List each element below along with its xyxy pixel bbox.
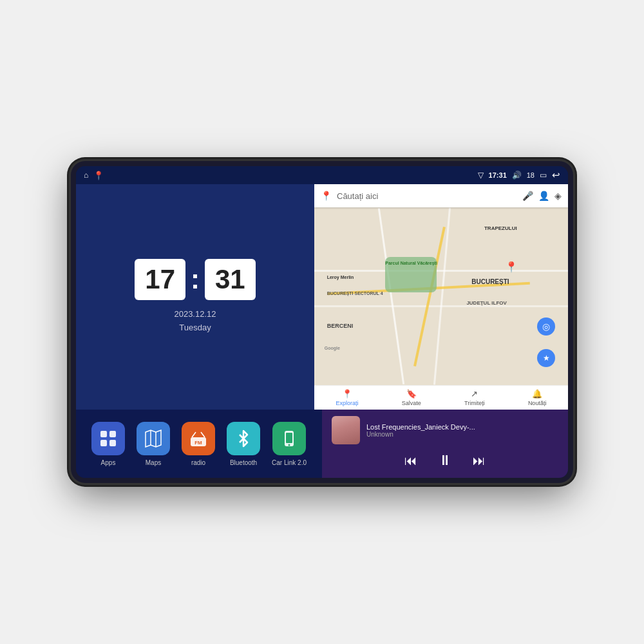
radio-icon-box: FM [182, 422, 215, 455]
explore-icon: 📍 [342, 389, 352, 399]
status-right-icons: ▽ 17:31 🔊 18 ▭ ↩ [478, 169, 560, 181]
map-label-parc: Parcul Natural Văcărești [385, 261, 437, 265]
map-footer-saved[interactable]: 🔖 Salvate [402, 389, 421, 406]
map-footer-explore[interactable]: 📍 Explorați [336, 389, 359, 406]
signal-icon: ▽ [478, 171, 484, 180]
clock-widget: 17 : 31 2023.12.12 Tuesday [76, 184, 314, 410]
carlink-phone-icon [280, 430, 298, 448]
maps-pin-icon [144, 430, 162, 448]
map-header-icons: 🎤 👤 ◈ [522, 191, 562, 201]
map-background: BUCUREȘTI JUDEȚUL ILFOV BERCENI Parcul N… [314, 207, 568, 385]
map-mic-icon[interactable]: 🎤 [522, 191, 533, 201]
music-artist: Unknown [366, 431, 558, 438]
music-top: Lost Frequencies_Janieck Devy-... Unknow… [332, 416, 558, 444]
map-label-trapezului: TRAPEZULUI [484, 225, 517, 231]
map-account-icon[interactable]: 👤 [538, 191, 549, 201]
clock-hour: 17 [135, 259, 185, 300]
carlink-icon-box [272, 422, 306, 455]
saved-icon: 🔖 [406, 389, 417, 399]
news-icon: 🔔 [532, 389, 542, 399]
map-footer-share[interactable]: ↗ Trimiteți [464, 389, 485, 406]
svg-rect-1 [109, 431, 116, 437]
screen: ⌂ 📍 ▽ 17:31 🔊 18 ▭ ↩ 17 : [76, 166, 568, 478]
apps-grid-icon [99, 430, 117, 448]
battery-icon: ▭ [540, 171, 547, 180]
svg-marker-4 [146, 430, 161, 447]
map-nav-btn[interactable]: ★ [537, 349, 555, 367]
svg-text:FM: FM [194, 440, 202, 446]
svg-rect-3 [109, 440, 116, 446]
clock-minute: 31 [205, 259, 256, 300]
music-title: Lost Frequencies_Janieck Devy-... [366, 423, 558, 431]
svg-line-9 [192, 432, 196, 437]
radio-fm-icon: FM [189, 430, 207, 448]
apps-label: Apps [101, 459, 116, 466]
music-info: Lost Frequencies_Janieck Devy-... Unknow… [366, 423, 558, 438]
status-left-icons: ⌂ 📍 [84, 171, 104, 180]
maps-label: Maps [146, 459, 161, 466]
map-header: 📍 Căutați aici 🎤 👤 ◈ [314, 184, 568, 207]
status-bar: ⌂ 📍 ▽ 17:31 🔊 18 ▭ ↩ [76, 166, 568, 184]
album-face-art [332, 416, 360, 444]
clock-display: 17 : 31 [135, 259, 255, 300]
app-icon-carlink[interactable]: Car Link 2.0 [272, 422, 307, 466]
app-icon-apps[interactable]: Apps [91, 422, 125, 466]
home-icon[interactable]: ⌂ [84, 171, 88, 180]
main-content: 17 : 31 2023.12.12 Tuesday 📍 Căutați aic… [76, 184, 568, 478]
music-album-art [332, 416, 360, 444]
map-footer-news[interactable]: 🔔 Noutăți [528, 389, 547, 406]
volume-icon: 🔊 [512, 171, 522, 180]
map-footer: 📍 Explorați 🔖 Salvate ↗ Trimiteți 🔔 [314, 385, 568, 410]
map-layers-icon[interactable]: ◈ [554, 191, 562, 201]
map-red-pin: 📍 [505, 261, 518, 273]
clock-date: 2023.12.12 Tuesday [174, 308, 216, 335]
device-wrapper: ⌂ 📍 ▽ 17:31 🔊 18 ▭ ↩ 17 : [71, 161, 573, 483]
svg-rect-2 [100, 440, 107, 446]
status-time: 17:31 [489, 171, 507, 179]
map-label-leroy: Leroy Merlin [327, 275, 354, 279]
app-icon-bluetooth[interactable]: Bluetooth [227, 422, 260, 466]
map-label-sector4: BUCUREȘTI SECTORUL 4 [327, 291, 383, 296]
bottom-row: Apps Maps [76, 410, 568, 478]
map-label-ilfov: JUDEȚUL ILFOV [466, 300, 507, 306]
map-label-bucharest: BUCUREȘTI [471, 278, 509, 285]
music-panel: Lost Frequencies_Janieck Devy-... Unknow… [322, 410, 568, 478]
bluetooth-icon-box [227, 422, 260, 455]
device-frame: ⌂ 📍 ▽ 17:31 🔊 18 ▭ ↩ 17 : [71, 161, 573, 483]
clock-colon: : [191, 264, 200, 295]
app-icon-radio[interactable]: FM radio [182, 422, 215, 466]
app-icon-maps[interactable]: Maps [137, 422, 170, 466]
back-icon[interactable]: ↩ [552, 169, 560, 181]
music-controls: ⏮ ⏸ ⏭ [332, 450, 558, 471]
map-label-berceni: BERCENI [327, 323, 354, 329]
bluetooth-symbol-icon [234, 430, 252, 448]
svg-rect-12 [286, 433, 292, 443]
next-button[interactable]: ⏭ [470, 451, 488, 471]
bluetooth-label: Bluetooth [230, 459, 257, 466]
map-pin-icon: 📍 [321, 191, 332, 201]
carlink-label: Car Link 2.0 [272, 459, 307, 466]
apps-icon-box [91, 422, 125, 455]
map-widget[interactable]: 📍 Căutați aici 🎤 👤 ◈ [314, 184, 568, 410]
volume-level: 18 [527, 171, 535, 179]
maps-status-icon[interactable]: 📍 [93, 171, 104, 180]
map-search-placeholder[interactable]: Căutați aici [337, 191, 517, 201]
maps-icon-box [137, 422, 170, 455]
share-icon: ↗ [471, 389, 478, 399]
svg-line-10 [201, 432, 205, 437]
prev-button[interactable]: ⏮ [402, 451, 420, 471]
svg-point-13 [289, 444, 290, 446]
app-icons-panel: Apps Maps [76, 410, 322, 478]
map-location-btn[interactable]: ◎ [537, 317, 555, 336]
map-label-google: Google [325, 346, 340, 350]
radio-label: radio [191, 459, 205, 466]
svg-rect-0 [100, 431, 107, 437]
map-canvas: BUCUREȘTI JUDEȚUL ILFOV BERCENI Parcul N… [314, 207, 568, 385]
play-pause-button[interactable]: ⏸ [435, 450, 455, 471]
